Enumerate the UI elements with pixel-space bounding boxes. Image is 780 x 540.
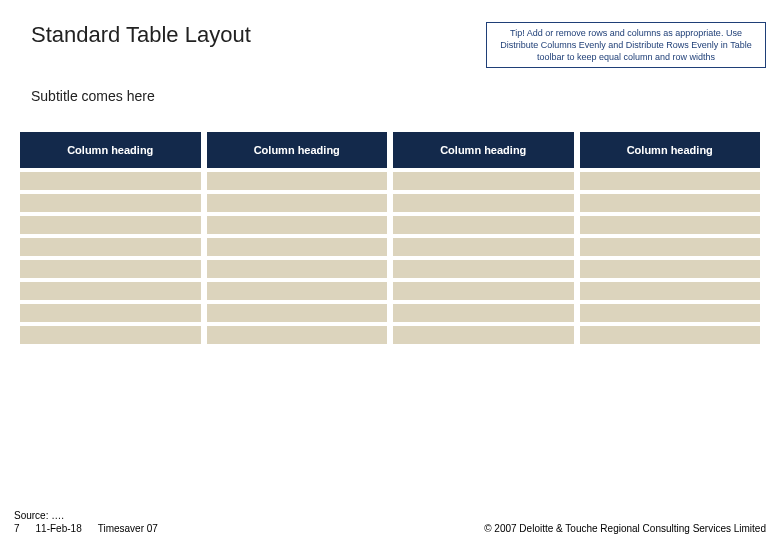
- table-cell: [393, 304, 574, 322]
- table-row: [20, 282, 760, 300]
- table-cell: [393, 326, 574, 344]
- table-cell: [207, 260, 388, 278]
- copyright: © 2007 Deloitte & Touche Regional Consul…: [484, 523, 766, 534]
- table-cell: [580, 216, 761, 234]
- table-header-row: Column heading Column heading Column hea…: [20, 132, 760, 168]
- slide-title: Standard Table Layout: [14, 22, 251, 48]
- table-cell: [393, 172, 574, 190]
- table-cell: [393, 216, 574, 234]
- page-number: 7: [14, 523, 20, 534]
- column-heading: Column heading: [20, 132, 201, 168]
- column-heading: Column heading: [207, 132, 388, 168]
- header-row: Standard Table Layout Tip! Add or remove…: [14, 22, 766, 68]
- table-cell: [20, 194, 201, 212]
- table-cell: [20, 238, 201, 256]
- table-cell: [580, 238, 761, 256]
- table-cell: [580, 304, 761, 322]
- table-row: [20, 304, 760, 322]
- footer-doc-title: Timesaver 07: [98, 523, 158, 534]
- table-cell: [393, 260, 574, 278]
- table-cell: [207, 326, 388, 344]
- table-cell: [207, 216, 388, 234]
- table-cell: [207, 282, 388, 300]
- table-row: [20, 216, 760, 234]
- table-cell: [393, 238, 574, 256]
- slide: Standard Table Layout Tip! Add or remove…: [0, 0, 780, 540]
- table-row: [20, 194, 760, 212]
- footer-date: 11-Feb-18: [36, 523, 82, 534]
- table-cell: [580, 172, 761, 190]
- table-row: [20, 326, 760, 344]
- table-cell: [580, 260, 761, 278]
- table-row: [20, 238, 760, 256]
- table-cell: [20, 172, 201, 190]
- column-heading: Column heading: [580, 132, 761, 168]
- table-cell: [20, 326, 201, 344]
- table-row: [20, 260, 760, 278]
- table-cell: [580, 194, 761, 212]
- source-label: Source: ….: [10, 510, 770, 521]
- slide-subtitle: Subtitle comes here: [14, 88, 766, 104]
- table-cell: [580, 326, 761, 344]
- table-cell: [207, 304, 388, 322]
- tip-callout: Tip! Add or remove rows and columns as a…: [486, 22, 766, 68]
- table-row: [20, 172, 760, 190]
- table-cell: [20, 304, 201, 322]
- table-cell: [207, 172, 388, 190]
- table-cell: [393, 194, 574, 212]
- footer-line: 7 11-Feb-18 Timesaver 07 © 2007 Deloitte…: [10, 523, 770, 534]
- layout-table: Column heading Column heading Column hea…: [14, 128, 766, 348]
- table-cell: [20, 260, 201, 278]
- footer-left: 7 11-Feb-18 Timesaver 07: [14, 523, 158, 534]
- table-cell: [393, 282, 574, 300]
- table-cell: [207, 194, 388, 212]
- table-cell: [20, 216, 201, 234]
- footer: Source: …. 7 11-Feb-18 Timesaver 07 © 20…: [0, 510, 780, 534]
- table-cell: [580, 282, 761, 300]
- table-body: [20, 172, 760, 344]
- table-cell: [20, 282, 201, 300]
- column-heading: Column heading: [393, 132, 574, 168]
- table-cell: [207, 238, 388, 256]
